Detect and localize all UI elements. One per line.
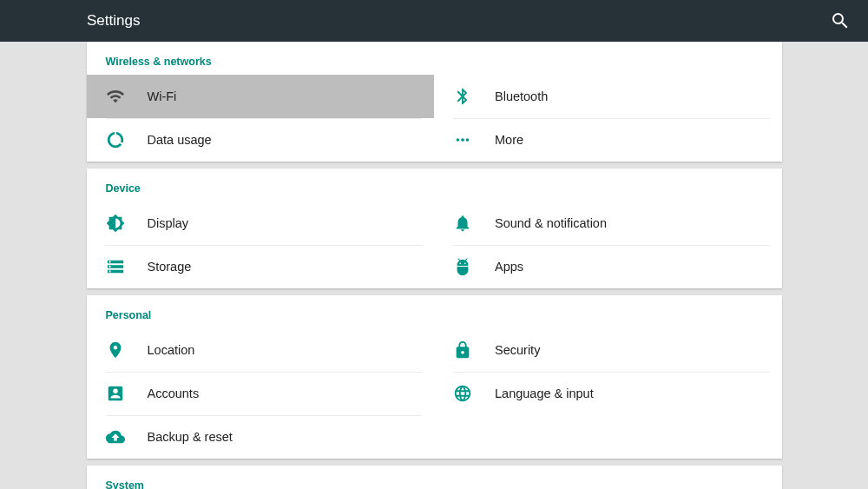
account-icon — [106, 384, 125, 403]
section-header-wireless: Wireless & networks — [87, 47, 782, 75]
item-storage[interactable]: Storage — [87, 245, 435, 288]
search-icon[interactable] — [830, 10, 851, 31]
bluetooth-icon — [453, 87, 472, 106]
lock-icon — [453, 340, 472, 360]
item-label: Display — [148, 216, 189, 230]
item-accounts[interactable]: Accounts — [87, 372, 435, 415]
item-label: Language & input — [495, 387, 594, 400]
item-apps[interactable]: Apps — [434, 245, 782, 288]
globe-icon — [453, 384, 472, 403]
section-header-personal: Personal — [87, 301, 782, 328]
data-usage-icon — [106, 130, 125, 149]
apps-icon — [453, 257, 472, 276]
section-header-device: Device — [87, 174, 782, 202]
item-security[interactable]: Security — [434, 328, 782, 372]
page-title: Settings — [87, 12, 830, 30]
app-bar: Settings — [0, 0, 868, 42]
more-icon — [453, 130, 472, 149]
location-icon — [106, 340, 125, 360]
item-label: More — [495, 133, 523, 147]
item-label: Wi-Fi — [148, 89, 177, 103]
section-wireless: Wireless & networks Wi-Fi Bluetooth Data… — [87, 42, 782, 162]
item-sound[interactable]: Sound & notification — [434, 202, 782, 245]
item-label: Storage — [148, 260, 192, 274]
item-bluetooth[interactable]: Bluetooth — [434, 75, 782, 118]
display-icon — [106, 214, 125, 233]
item-data-usage[interactable]: Data usage — [87, 118, 435, 162]
item-wifi[interactable]: Wi-Fi — [87, 75, 435, 118]
backup-icon — [106, 427, 125, 446]
storage-icon — [106, 257, 125, 276]
section-system: System — [87, 466, 782, 489]
bell-icon — [453, 214, 472, 233]
section-personal: Personal Location Security Accounts Lang… — [87, 295, 782, 459]
item-label: Location — [148, 343, 195, 357]
item-label: Data usage — [148, 133, 212, 147]
item-language[interactable]: Language & input — [434, 372, 782, 415]
section-device: Device Display Sound & notification Stor… — [87, 169, 782, 288]
settings-content: Wireless & networks Wi-Fi Bluetooth Data… — [87, 42, 782, 489]
wifi-icon — [106, 87, 125, 106]
item-location[interactable]: Location — [87, 328, 435, 372]
item-label: Accounts — [148, 387, 200, 400]
item-label: Apps — [495, 260, 523, 274]
item-backup[interactable]: Backup & reset — [87, 415, 435, 459]
item-more[interactable]: More — [434, 118, 782, 162]
item-label: Security — [495, 343, 540, 357]
section-header-system: System — [87, 471, 782, 489]
item-display[interactable]: Display — [87, 202, 435, 245]
item-label: Bluetooth — [495, 89, 548, 103]
item-label: Backup & reset — [148, 430, 233, 444]
item-label: Sound & notification — [495, 216, 607, 230]
